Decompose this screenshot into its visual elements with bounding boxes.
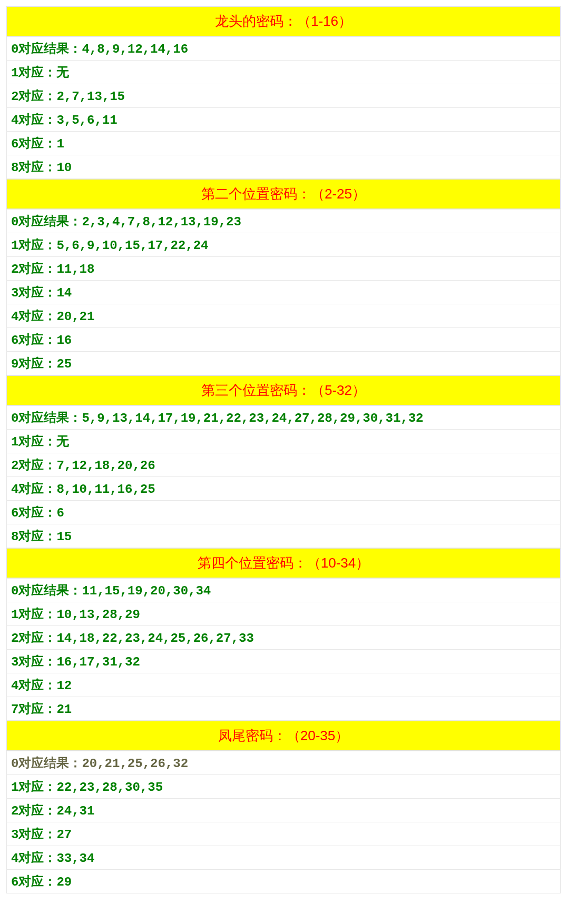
data-row: 4对应：33,34	[6, 846, 561, 870]
main-container: 龙头的密码：（1-16）0对应结果：4,8,9,12,14,161对应：无2对应…	[0, 0, 567, 900]
data-row: 3对应：27	[6, 822, 561, 846]
data-row: 0对应结果：11,15,19,20,30,34	[6, 578, 561, 602]
data-row: 6对应：6	[6, 501, 561, 524]
data-row: 2对应：24,31	[6, 799, 561, 822]
data-row: 2对应：14,18,22,23,24,25,26,27,33	[6, 626, 561, 650]
data-row: 2对应：7,12,18,20,26	[6, 453, 561, 477]
data-row: 2对应：2,7,13,15	[6, 84, 561, 108]
data-row: 0对应结果：20,21,25,26,32	[6, 751, 561, 775]
section-header: 凤尾密码：（20-35）	[6, 721, 561, 751]
data-row: 4对应：12	[6, 673, 561, 697]
data-row: 9对应：25	[6, 352, 561, 375]
data-row: 1对应：10,13,28,29	[6, 602, 561, 626]
data-row: 3对应：16,17,31,32	[6, 650, 561, 673]
data-row: 0对应结果：2,3,4,7,8,12,13,19,23	[6, 209, 561, 233]
data-row: 1对应：22,23,28,30,35	[6, 775, 561, 799]
section-header: 第三个位置密码：（5-32）	[6, 375, 561, 405]
data-row: 2对应：11,18	[6, 257, 561, 281]
data-row: 1对应：无	[6, 430, 561, 453]
data-row: 0对应结果：5,9,13,14,17,19,21,22,23,24,27,28,…	[6, 405, 561, 430]
data-row: 6对应：29	[6, 870, 561, 893]
data-row: 0对应结果：4,8,9,12,14,16	[6, 36, 561, 61]
data-row: 7对应：21	[6, 697, 561, 721]
data-row: 6对应：16	[6, 328, 561, 352]
data-row: 4对应：3,5,6,11	[6, 108, 561, 132]
data-row: 8对应：15	[6, 524, 561, 548]
data-row: 1对应：5,6,9,10,15,17,22,24	[6, 233, 561, 257]
data-row: 8对应：10	[6, 155, 561, 179]
data-row: 6对应：1	[6, 132, 561, 155]
section-header: 第四个位置密码：（10-34）	[6, 548, 561, 578]
section-header: 第二个位置密码：（2-25）	[6, 179, 561, 209]
data-row: 3对应：14	[6, 281, 561, 304]
data-row: 4对应：20,21	[6, 304, 561, 328]
section-header: 龙头的密码：（1-16）	[6, 6, 561, 36]
data-row: 1对应：无	[6, 61, 561, 84]
data-row: 4对应：8,10,11,16,25	[6, 477, 561, 501]
